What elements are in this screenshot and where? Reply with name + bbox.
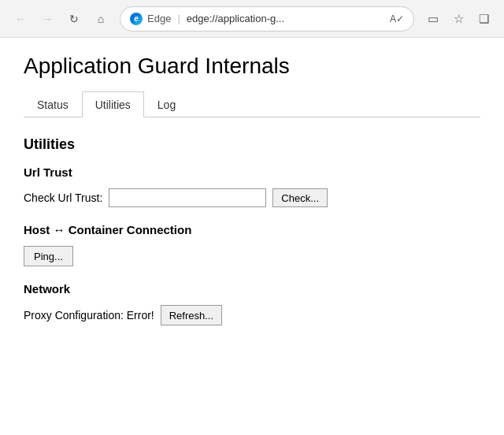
browser-label: Edge [147, 13, 171, 24]
address-bar[interactable]: e Edge | edge://application-g... A✓ [120, 6, 414, 32]
browser-chrome: ← → ↻ ⌂ e Edge | edge://application-g...… [0, 0, 504, 38]
utilities-heading: Utilities [24, 136, 480, 153]
collections-icon[interactable]: ❏ [472, 8, 495, 30]
address-divider: | [177, 13, 180, 24]
ping-button[interactable]: Ping... [24, 246, 73, 266]
url-trust-row: Check Url Trust: Check... [24, 188, 480, 207]
url-trust-label: Check Url Trust: [24, 191, 102, 204]
network-heading: Network [24, 282, 480, 296]
toolbar-icons: ▭ ☆ ❏ [422, 8, 495, 30]
back-button[interactable]: ← [9, 8, 32, 30]
tab-log[interactable]: Log [144, 91, 189, 117]
utilities-section: Utilities Url Trust Check Url Trust: Che… [24, 136, 480, 325]
home-button[interactable]: ⌂ [90, 8, 112, 30]
tabs-container: Status Utilities Log [24, 91, 480, 117]
host-connection-subsection: Host ↔ Container Connection Ping... [24, 223, 480, 282]
refresh-nav-button[interactable]: ↻ [63, 8, 85, 30]
tab-status[interactable]: Status [24, 91, 82, 117]
refresh-button[interactable]: Refresh... [161, 305, 222, 325]
url-trust-heading: Url Trust [24, 165, 480, 179]
forward-button[interactable]: → [36, 8, 58, 30]
check-button[interactable]: Check... [272, 188, 328, 207]
proxy-label: Proxy Configuration: Error! [24, 309, 154, 322]
tab-utilities[interactable]: Utilities [82, 91, 144, 117]
page-title: Application Guard Internals [24, 54, 480, 79]
url-trust-subsection: Url Trust Check Url Trust: Check... [24, 165, 480, 207]
url-trust-input[interactable] [109, 188, 266, 207]
page-content: Application Guard Internals Status Utili… [0, 38, 504, 341]
host-connection-heading: Host ↔ Container Connection [24, 223, 480, 236]
edge-logo-icon: e [130, 13, 143, 25]
read-aloud-icon[interactable]: A✓ [390, 13, 404, 24]
network-subsection: Network Proxy Configuration: Error! Refr… [24, 282, 480, 325]
favorites-icon[interactable]: ☆ [447, 8, 469, 30]
nav-buttons: ← → ↻ ⌂ [9, 8, 112, 30]
address-text: edge://application-g... [187, 13, 284, 24]
proxy-row: Proxy Configuration: Error! Refresh... [24, 305, 480, 325]
tab-action-icon[interactable]: ▭ [422, 8, 444, 30]
